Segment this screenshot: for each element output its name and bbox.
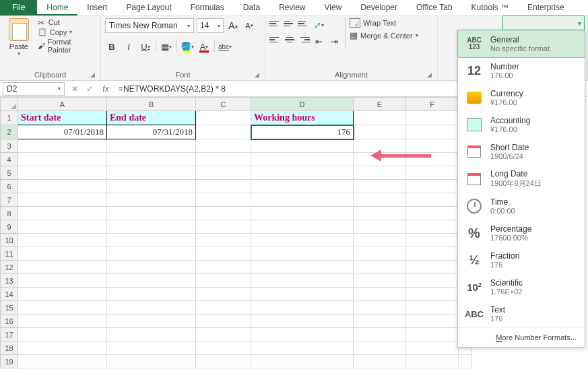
cell-A4[interactable] <box>18 153 107 166</box>
align-middle-button[interactable] <box>284 18 296 29</box>
cell-E18[interactable] <box>354 341 406 355</box>
cell-E11[interactable] <box>354 247 406 261</box>
more-number-formats-button[interactable]: More Number Formats... <box>458 327 585 347</box>
cell-D14[interactable] <box>251 288 354 301</box>
cell-B13[interactable] <box>107 274 196 288</box>
name-box[interactable]: D2▾ <box>3 82 65 96</box>
cell-A9[interactable] <box>18 220 107 234</box>
tab-view[interactable]: View <box>315 0 352 15</box>
cell-B2[interactable]: 07/31/2018 <box>107 125 196 139</box>
tab-page-layout[interactable]: Page Layout <box>117 0 181 15</box>
cell-E1[interactable] <box>354 111 406 125</box>
cell-E13[interactable] <box>354 274 406 288</box>
cell-D18[interactable] <box>251 341 354 355</box>
cell-F7[interactable] <box>406 193 459 207</box>
cell-A17[interactable] <box>18 328 107 341</box>
cell-E17[interactable] <box>354 328 406 341</box>
cell-D11[interactable] <box>251 247 354 261</box>
fill-color-button[interactable]: 🪣▾ <box>181 40 194 53</box>
cell-C18[interactable] <box>196 341 251 355</box>
cell-F12[interactable] <box>406 261 459 274</box>
cell-B12[interactable] <box>107 261 196 274</box>
row-header-18[interactable]: 18 <box>1 341 18 355</box>
cell-C10[interactable] <box>196 234 251 247</box>
cell-C1[interactable] <box>196 111 251 125</box>
cell-C9[interactable] <box>196 220 251 234</box>
align-top-button[interactable] <box>269 18 282 29</box>
cell-D12[interactable] <box>251 261 354 274</box>
phonetic-button[interactable]: abc▾ <box>218 40 232 53</box>
row-header-19[interactable]: 19 <box>1 355 18 368</box>
row-header-12[interactable]: 12 <box>1 261 18 274</box>
copy-button[interactable]: Copy▾ <box>38 28 96 36</box>
cell-B16[interactable] <box>107 315 196 328</box>
cell-E9[interactable] <box>354 220 406 234</box>
dialog-launcher-icon[interactable]: ◢ <box>90 71 95 78</box>
cell-E6[interactable] <box>354 180 406 193</box>
column-header-F[interactable]: F <box>406 98 459 111</box>
tab-file[interactable]: File <box>0 0 37 15</box>
cell-F10[interactable] <box>406 234 459 247</box>
cancel-formula-button[interactable]: ✕ <box>67 84 82 94</box>
align-right-button[interactable] <box>298 34 310 45</box>
row-header-1[interactable]: 1 <box>1 111 18 125</box>
cell-F8[interactable] <box>406 207 459 220</box>
cell-A13[interactable] <box>18 274 107 288</box>
column-header-E[interactable]: E <box>354 98 406 111</box>
cell-C3[interactable] <box>196 139 251 153</box>
cell-D17[interactable] <box>251 328 354 341</box>
number-format-select[interactable]: ▾ <box>502 15 585 30</box>
cell-F6[interactable] <box>406 180 459 193</box>
cell-A14[interactable] <box>18 288 107 301</box>
column-header-A[interactable]: A <box>18 98 107 111</box>
cell-A19[interactable] <box>18 355 107 368</box>
cell-A15[interactable] <box>18 301 107 315</box>
cell-C6[interactable] <box>196 180 251 193</box>
cell-F16[interactable] <box>406 315 459 328</box>
format-painter-button[interactable]: Format Painter <box>38 38 96 54</box>
dialog-launcher-icon[interactable]: ◢ <box>427 71 432 78</box>
cell-D15[interactable] <box>251 301 354 315</box>
orientation-button[interactable]: ⤢▾ <box>312 18 325 32</box>
cell-A12[interactable] <box>18 261 107 274</box>
tab-developer[interactable]: Developer <box>351 0 407 15</box>
cell-A2[interactable]: 07/01/2018 <box>18 125 107 139</box>
tab-data[interactable]: Data <box>234 0 269 15</box>
column-header-B[interactable]: B <box>107 98 196 111</box>
cell-F17[interactable] <box>406 328 459 341</box>
bold-button[interactable]: B <box>105 40 119 53</box>
row-header-11[interactable]: 11 <box>1 247 18 261</box>
cell-E19[interactable] <box>354 355 406 368</box>
cell-D4[interactable] <box>251 153 354 166</box>
cell-E10[interactable] <box>354 234 406 247</box>
cell-A1[interactable]: Start date <box>18 111 107 125</box>
cell-E15[interactable] <box>354 301 406 315</box>
row-header-8[interactable]: 8 <box>1 207 18 220</box>
number-format-option-general[interactable]: ABC123 GeneralNo specific format <box>457 30 585 58</box>
font-name-select[interactable]: Times New Roman▾ <box>105 18 194 33</box>
cell-A8[interactable] <box>18 207 107 220</box>
cell-B17[interactable] <box>107 328 196 341</box>
paste-button[interactable]: Paste ▾ <box>4 18 34 57</box>
row-header-2[interactable]: 2 <box>1 125 18 139</box>
cell-A10[interactable] <box>18 234 107 247</box>
cell-B3[interactable] <box>107 139 196 153</box>
cell-F1[interactable] <box>406 111 459 125</box>
cell-B10[interactable] <box>107 234 196 247</box>
increase-indent-button[interactable]: ⇥ <box>327 34 341 48</box>
number-format-option-currency[interactable]: Currency¥176.00 <box>458 84 585 111</box>
cell-C8[interactable] <box>196 207 251 220</box>
cell-B4[interactable] <box>107 153 196 166</box>
tab-review[interactable]: Review <box>269 0 315 15</box>
cell-F2[interactable] <box>406 125 459 139</box>
cell-E16[interactable] <box>354 315 406 328</box>
cell-D13[interactable] <box>251 274 354 288</box>
tab-enterprise[interactable]: Enterprise <box>518 0 574 15</box>
cell-B7[interactable] <box>107 193 196 207</box>
cell-F3[interactable] <box>406 139 459 153</box>
fx-icon[interactable]: fx <box>97 84 115 94</box>
cell-D1[interactable]: Working hours <box>251 111 354 125</box>
number-format-option-time[interactable]: Time0:00:00 <box>458 193 585 220</box>
cell-C7[interactable] <box>196 193 251 207</box>
cell-A3[interactable] <box>18 139 107 153</box>
